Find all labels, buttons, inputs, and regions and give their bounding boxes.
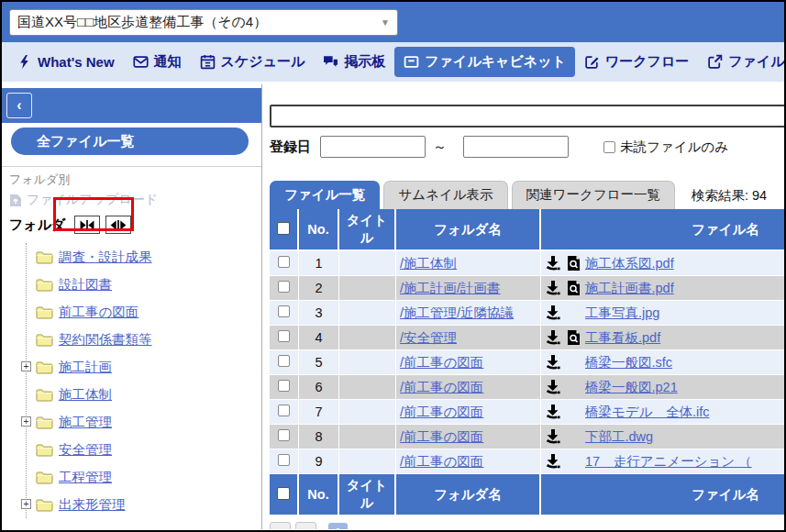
preview-icon[interactable] [567, 280, 581, 296]
project-select[interactable]: 国道XX号□□地区歩道整備工事（その4） ▼ [9, 9, 398, 36]
nav-item-whats-new[interactable]: What's New [7, 48, 124, 76]
prev-page-button[interactable]: < [270, 522, 291, 529]
next-page-button[interactable]: > [295, 522, 316, 529]
nav-item-bulletin-board[interactable]: 掲示板 [314, 47, 394, 77]
unread-filter: 未読ファイルのみ [603, 139, 728, 156]
tab-related-workflows[interactable]: 関連ワークフロー一覧 [512, 181, 675, 209]
nav-label: What's New [38, 54, 115, 70]
row-folder-link[interactable]: /施工体制 [400, 256, 457, 271]
download-icon[interactable] [545, 453, 562, 470]
row-file-link[interactable]: 橋梁モデル 全体.ifc [585, 404, 710, 421]
folder-tree-header: フォルダ [9, 214, 261, 236]
folder-link[interactable]: 安全管理 [59, 441, 112, 459]
row-folder-link[interactable]: /前工事の図面 [400, 454, 483, 469]
registration-date-label: 登録日 [270, 139, 311, 156]
expand-plus-icon[interactable]: + [21, 416, 31, 427]
download-icon[interactable] [545, 404, 562, 420]
download-icon[interactable] [545, 255, 562, 272]
row-checkbox[interactable] [278, 454, 290, 466]
expand-plus-icon[interactable]: + [21, 361, 31, 371]
download-icon[interactable] [545, 354, 562, 371]
row-file-link[interactable]: 工事看板.pdf [585, 329, 660, 347]
row-file-link[interactable]: 施工体系図.pdf [585, 255, 674, 272]
tab-thumbnail-view[interactable]: サムネイル表示 [383, 181, 507, 209]
row-file-link[interactable]: 橋梁一般図.sfc [585, 354, 672, 371]
calendar-icon [200, 54, 216, 70]
preview-icon[interactable] [567, 329, 581, 346]
all-files-button[interactable]: 全ファイル一覧 [11, 127, 249, 155]
row-checkbox[interactable] [278, 429, 290, 441]
file-row: 6 /前工事の図面 [270, 375, 784, 400]
footer-title: タイトル [339, 474, 396, 516]
folder-link[interactable]: 施工管理 [59, 414, 112, 431]
row-number: 4 [299, 326, 339, 350]
date-from-input[interactable] [320, 136, 426, 158]
header-no: No. [299, 209, 339, 251]
row-file-link[interactable]: 工事写真.jpg [585, 305, 659, 322]
select-all-checkbox-bottom[interactable] [277, 487, 290, 500]
folder-link[interactable]: 工程管理 [59, 469, 112, 486]
download-icon[interactable] [545, 305, 562, 321]
keyword-search-input[interactable] [270, 105, 784, 127]
expand-all-button[interactable] [105, 216, 131, 234]
sidebar: ‹ 全ファイル一覧 フォルダ別 ファイルアップロード フォルダ [2, 84, 262, 529]
download-icon[interactable] [545, 329, 562, 346]
folder-link[interactable]: 契約関係書類等 [59, 331, 152, 349]
folder-link[interactable]: 調査・設計成果 [59, 249, 152, 266]
date-to-input[interactable] [463, 136, 569, 158]
folder-link[interactable]: 施工計画 [59, 359, 112, 376]
current-page-button[interactable]: 1 [328, 523, 348, 530]
row-folder-link[interactable]: /施工計画/計画書 [400, 281, 501, 295]
folder-link[interactable]: 設計図書 [59, 276, 112, 294]
tab-file-list[interactable]: ファイル一覧 [270, 181, 380, 209]
row-folder-link[interactable]: /施工管理/近隣協議 [400, 305, 514, 320]
download-icon[interactable] [545, 428, 562, 445]
row-checkbox[interactable] [278, 405, 290, 416]
row-checkbox[interactable] [278, 256, 290, 268]
row-number: 6 [299, 375, 339, 400]
row-folder-link[interactable]: /安全管理 [400, 330, 457, 345]
download-icon[interactable] [545, 280, 562, 296]
file-upload-link[interactable]: ファイルアップロード [9, 192, 261, 208]
folder-link[interactable]: 前工事の図面 [59, 304, 138, 321]
folder-link[interactable]: 出来形管理 [59, 496, 126, 514]
divider [2, 166, 261, 167]
row-file-link[interactable]: 施工計画書.pdf [585, 280, 674, 297]
row-checkbox[interactable] [278, 330, 290, 342]
row-file-link[interactable]: 17 走行アニメーション （ [585, 453, 752, 471]
collapse-sidebar-button[interactable]: ‹ [6, 93, 32, 118]
chevron-down-icon: ▼ [381, 17, 390, 28]
file-row: 2 /施工計画/計画書 [270, 276, 784, 301]
row-checkbox[interactable] [278, 305, 290, 317]
unread-checkbox-label: 未読ファイルのみ [620, 139, 728, 156]
row-checkbox[interactable] [278, 281, 290, 293]
select-all-checkbox[interactable] [277, 222, 290, 235]
edit-icon [584, 54, 600, 70]
row-folder-link[interactable]: /前工事の図面 [400, 405, 483, 419]
folder-link[interactable]: 施工体制 [59, 386, 112, 404]
nav-item-notifications[interactable]: 通知 [124, 47, 191, 77]
row-checkbox[interactable] [278, 355, 290, 367]
unread-checkbox[interactable] [603, 141, 615, 153]
expand-plus-icon[interactable]: + [21, 499, 31, 509]
folder-tree-item: + 設計図書 [27, 271, 261, 298]
nav-item-schedule[interactable]: スケジュール [191, 47, 315, 77]
download-icon[interactable] [545, 379, 562, 395]
nav-item-file-cabinet[interactable]: ファイルキャビネット [394, 47, 575, 77]
folder-label: フォルダ [9, 216, 65, 234]
footer-folder: フォルダ名 [396, 474, 541, 516]
row-folder-link[interactable]: /前工事の図面 [400, 429, 483, 444]
folder-tree: + 調査・設計成果 + 設計図書 [26, 243, 261, 518]
row-file-link[interactable]: 橋梁一般図.p21 [585, 379, 678, 396]
nav-item-file-download[interactable]: ファイルダウンロード [698, 47, 786, 77]
file-row: 9 /前工事の図面 [270, 449, 784, 474]
nav-item-workflow[interactable]: ワークフロー [575, 47, 698, 77]
row-folder-link[interactable]: /前工事の図面 [400, 380, 483, 394]
row-checkbox[interactable] [278, 380, 290, 392]
row-file-link[interactable]: 下部工.dwg [585, 428, 653, 446]
row-folder-link[interactable]: /前工事の図面 [400, 355, 483, 370]
preview-icon[interactable] [567, 255, 581, 272]
collapse-all-button[interactable] [74, 216, 100, 234]
table-header-row: No. タイトル フォルダ名 ファイル名 [270, 209, 784, 251]
row-title [339, 251, 396, 276]
